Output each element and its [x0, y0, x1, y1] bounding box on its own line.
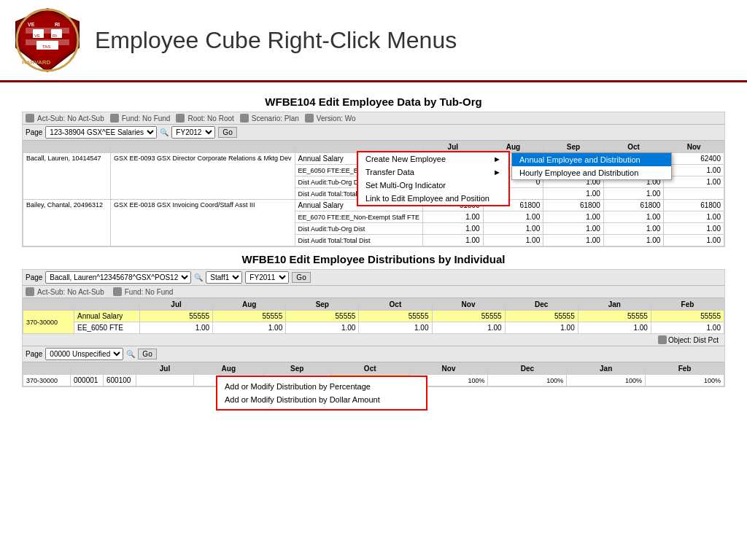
ss2-dist-val[interactable]: 100%: [646, 375, 724, 386]
ss2-type-fte: EE_6050 FTE: [74, 322, 140, 334]
cm1-item2[interactable]: Transfer Data ►: [358, 166, 508, 179]
ss2-th2-oct: Oct: [330, 363, 409, 375]
filter-icon5: [305, 114, 314, 122]
section1-title: WFBE104 Edit Employee Data by Tub-Org: [22, 96, 725, 108]
ss2-val[interactable]: 1.00: [505, 322, 578, 334]
filter-icon1: [26, 114, 34, 122]
ss2-th-nov: Nov: [432, 299, 505, 311]
ss1-val[interactable]: 61800: [543, 200, 604, 211]
ss1-val[interactable]: 1.00: [543, 223, 604, 235]
ss2-fy-select[interactable]: FY2011: [245, 271, 289, 284]
ss1-act-sub: Act-Sub: No Act-Sub: [26, 114, 104, 122]
ss1-binoculars-icon[interactable]: 🔍: [160, 128, 169, 136]
ss2-val[interactable]: 55555: [213, 311, 286, 322]
ss2-page2-select[interactable]: 00000 Unspecified: [45, 348, 123, 360]
cm2-item1[interactable]: Add or Modify Distribution by Percentage: [217, 380, 426, 393]
ss1-val[interactable]: [664, 188, 724, 200]
header: VE RI TAS VE RI TAS HARVARD Employee Cub…: [0, 0, 747, 82]
ss1-scenario: Scenario: Plan: [240, 114, 299, 122]
ss2-val[interactable]: 55555: [505, 311, 578, 322]
ss2-binoculars-icon[interactable]: 🔍: [194, 273, 203, 281]
ss2-dist-val[interactable]: [136, 375, 194, 386]
ss1-page-select[interactable]: 123-38904 GSX^EE Salaries: [45, 126, 157, 139]
ss2-dist-val[interactable]: 100%: [567, 375, 646, 386]
filter-icon7: [113, 287, 122, 296]
svg-text:VE: VE: [28, 22, 35, 27]
ss1-position2: GSX EE-0018 GSX Invoicing Coord/Staff As…: [111, 200, 295, 246]
ss1-th-position: [111, 141, 295, 153]
ss1-val[interactable]: 1.00: [603, 223, 664, 235]
ss2-binoculars-icon2[interactable]: 🔍: [126, 350, 135, 358]
ss1-fy-select[interactable]: FY2012: [171, 126, 215, 139]
ss2-th2-dec: Dec: [488, 363, 567, 375]
ss1-val[interactable]: 1.00: [483, 235, 543, 246]
ss1-employee1: Bacall, Lauren, 10414547: [23, 153, 111, 200]
svg-text:RI: RI: [55, 22, 60, 27]
ss2-val[interactable]: 55555: [140, 311, 213, 322]
ss2-val[interactable]: 1.00: [359, 322, 432, 334]
obj-dist-label: Object: Dist Pct: [668, 336, 719, 344]
ss2-th2-nov: Nov: [409, 363, 488, 375]
table-row: EE_6050 FTE 1.00 1.00 1.00 1.00 1.00 1.0…: [23, 322, 724, 334]
filter-icon3: [176, 114, 185, 122]
ss1-val[interactable]: 1.00: [664, 176, 724, 188]
svg-text:RI: RI: [53, 34, 57, 38]
cm1-item1[interactable]: Create New Employee ►: [358, 152, 508, 166]
ss1-toolbar: Act-Sub: No Act-Sub Fund: No Fund Root: …: [23, 112, 724, 125]
ss2-val[interactable]: 1.00: [286, 322, 359, 334]
submenu1-item2[interactable]: Hourly Employee and Distribution: [512, 166, 671, 179]
cm1-item4[interactable]: Link to Edit Employee and Position: [358, 192, 508, 205]
ss2-th2-aug: Aug: [193, 363, 263, 375]
ss2-data-table-upper: Jul Aug Sep Oct Nov Dec Jan Feb 370-3000…: [23, 298, 724, 334]
section2-title: WFBE10 Edit Employee Distributions by In…: [22, 253, 725, 265]
ss1-val[interactable]: 1.00: [423, 235, 484, 246]
cm1-item3[interactable]: Set Multi-Org Indicator: [358, 179, 508, 192]
ss2-dist-val[interactable]: 100%: [488, 375, 567, 386]
cm2-item2[interactable]: Add or Modify Distribution by Dollar Amo…: [217, 393, 426, 406]
ss2-header-row2: Jul Aug Sep Oct Nov Dec Jan Feb: [23, 363, 724, 375]
ss1-val[interactable]: 1.00: [603, 188, 664, 200]
ss2-th-oct: Oct: [359, 299, 432, 311]
filter-icon2: [110, 114, 119, 122]
ss2-header-row: Jul Aug Sep Oct Nov Dec Jan Feb: [23, 299, 724, 311]
ss2-go-button2[interactable]: Go: [138, 349, 156, 359]
ss2-page2-row: Page 00000 Unspecified 🔍 Go: [23, 346, 724, 362]
submenu1-item1[interactable]: Annual Employee and Distribution: [512, 153, 671, 166]
ss1-val[interactable]: 1.00: [664, 223, 724, 235]
ss2-val[interactable]: 1.00: [432, 322, 505, 334]
ss2-page-select[interactable]: Bacall, Lauren^12345678^GSX^POS123456^Di…: [45, 271, 191, 284]
ss1-val[interactable]: 61800: [603, 200, 664, 211]
ss1-th-employee: [23, 141, 111, 153]
ss1-val[interactable]: 1.00: [423, 211, 484, 223]
ss2-go-button[interactable]: Go: [292, 272, 310, 283]
ss2-val[interactable]: 55555: [651, 311, 724, 322]
ss2-val[interactable]: 55555: [286, 311, 359, 322]
ss1-val[interactable]: 1.00: [664, 211, 724, 223]
ss1-val[interactable]: 61800: [664, 200, 724, 211]
ss1-employee2: Bailey, Chantal, 20496312: [23, 200, 111, 246]
ss1-fund: Fund: No Fund: [110, 114, 171, 122]
ss1-val[interactable]: 1.00: [543, 235, 604, 246]
ss2-val[interactable]: 55555: [578, 311, 651, 322]
ss2-val[interactable]: 1.00: [140, 322, 213, 334]
ss1-val[interactable]: 1.00: [664, 165, 724, 176]
ss1-val[interactable]: 1.00: [543, 188, 604, 200]
ss2-val[interactable]: 1.00: [651, 322, 724, 334]
ss2-val[interactable]: 55555: [359, 311, 432, 322]
ss1-val[interactable]: 1.00: [483, 223, 543, 235]
ss1-go-button[interactable]: Go: [218, 127, 236, 138]
ss2-val[interactable]: 1.00: [213, 322, 286, 334]
ss1-val[interactable]: 1.00: [603, 235, 664, 246]
ss1-val[interactable]: 1.00: [483, 211, 543, 223]
ss2-th2-jan: Jan: [567, 363, 646, 375]
ss1-val[interactable]: 1.00: [543, 211, 604, 223]
ss2-val[interactable]: 1.00: [578, 322, 651, 334]
ss2-val[interactable]: 55555: [432, 311, 505, 322]
ss1-val[interactable]: 62400: [664, 153, 724, 165]
ss1-val[interactable]: 1.00: [603, 211, 664, 223]
ss2-page2-label: Page: [26, 350, 42, 358]
ss1-val[interactable]: 1.00: [423, 223, 484, 235]
ss1-val[interactable]: 1.00: [664, 235, 724, 246]
ss2-staff-select[interactable]: Staff1: [206, 271, 242, 284]
ss1-page-label: Page: [26, 128, 42, 136]
